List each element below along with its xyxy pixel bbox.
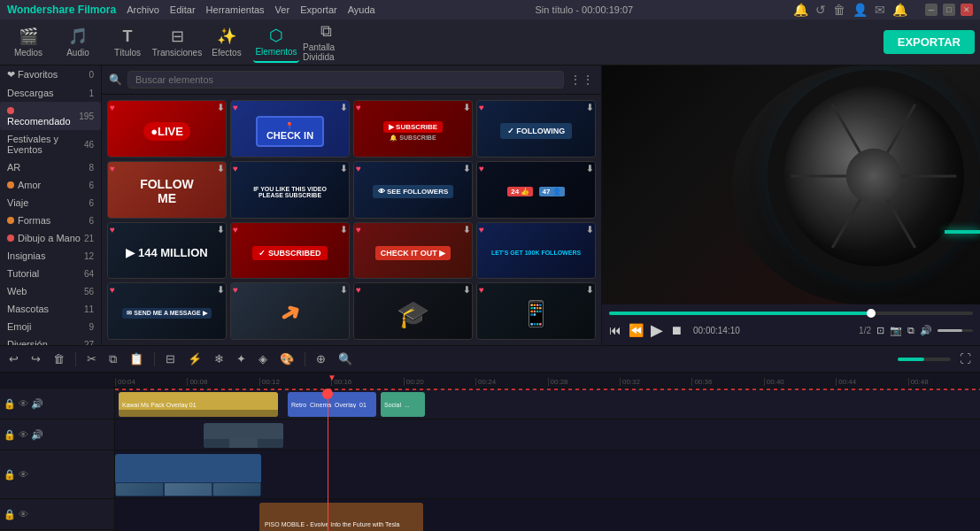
menu-editar[interactable]: Editar [170, 4, 196, 15]
scene-button[interactable]: ⊕ [313, 350, 329, 367]
user-icon[interactable]: 👤 [853, 3, 868, 17]
sidebar-item-dibujo[interactable]: Dibujo a Mano 21 [0, 229, 101, 247]
minimize-button[interactable]: ─ [925, 4, 938, 16]
track-visible4-icon[interactable]: 👁 [19, 509, 28, 519]
download-icon: ⬇ [340, 103, 347, 112]
copy-button[interactable]: ⧉ [105, 350, 120, 368]
speed-button[interactable]: ⚡ [184, 350, 205, 367]
element-card-live[interactable]: ♥ ⬇ ●LIVE Social_Media_Icons_Pac... [107, 100, 227, 158]
export-button[interactable]: EXPORTAR [884, 30, 975, 54]
track-lock2-icon[interactable]: 🔒 [4, 429, 16, 441]
update-icon[interactable]: ↺ [815, 3, 826, 17]
mask-button[interactable]: ◈ [255, 350, 271, 367]
track-visible3-icon[interactable]: 👁 [19, 469, 28, 480]
sidebar-item-diversion[interactable]: Diversión 27 [0, 335, 101, 345]
delete-button[interactable]: 🗑 [50, 350, 68, 367]
sidebar-item-ar[interactable]: AR 8 [0, 158, 101, 176]
sidebar-item-mascotas[interactable]: Mascotas 11 [0, 300, 101, 318]
rewind-button[interactable]: ⏮ [609, 323, 621, 337]
msg-icon[interactable]: ✉ [875, 3, 885, 17]
element-card-subscribed[interactable]: ♥ ⬇ ✓ SUBSCRIBED Social_Media_Icons_Pac.… [230, 222, 350, 280]
element-card-following[interactable]: ♥ ⬇ ✓ FOLLOWING Social_Media_Icons_Pac..… [476, 100, 596, 158]
element-card-million[interactable]: ♥ ⬇ ▶ 144 MILLION Social_Media_Icons_Pac… [107, 222, 227, 280]
track-visible-icon[interactable]: 👁 [19, 398, 28, 409]
clip-kawai[interactable]: Kawai Ms Pack Overlay 01 [119, 392, 278, 417]
clip-piso[interactable]: PISO MOBILE - Evolve Into the Future wit… [259, 503, 423, 531]
toolbar-efectos[interactable]: ✨ Efectos [204, 22, 250, 63]
track-audio2-icon[interactable]: 🔊 [31, 429, 43, 441]
element-card-100k[interactable]: ♥ ⬇ LET'S GET 100K FOLLOWERS Social_Medi… [476, 222, 596, 280]
pip-button[interactable]: ⧉ [907, 325, 914, 336]
track-visible2-icon[interactable]: 👁 [19, 429, 28, 440]
clip-label: Retro_Cinema_Overlay_01 [291, 402, 367, 408]
sidebar-item-amor[interactable]: Amor 6 [0, 176, 101, 194]
zoom-out-button[interactable]: 🔍 [335, 350, 356, 367]
menu-archivo[interactable]: Archivo [127, 4, 159, 15]
element-card-subscribe1[interactable]: ♥ ⬇ ▶ SUBSCRIBE 🔔 SUBSCRIBE Social_Media… [353, 100, 473, 158]
sidebar-item-web[interactable]: Web 56 [0, 282, 101, 300]
play-button[interactable]: ▶ [651, 320, 663, 340]
toolbar-elementos[interactable]: ⬡ Elementos [253, 22, 299, 63]
toolbar-transiciones[interactable]: ⊟ Transiciones [154, 22, 200, 63]
notif-icon[interactable]: 🔔 [892, 3, 907, 17]
toolbar-titulos[interactable]: T Títulos [104, 22, 150, 63]
sidebar-item-formas[interactable]: Formas 6 [0, 212, 101, 229]
track-audio-icon[interactable]: 🔊 [31, 398, 43, 410]
element-card-checkitout[interactable]: ♥ ⬇ CHECK IT OUT ▶ Social_Media_Icons_Pa… [353, 222, 473, 280]
crop-button[interactable]: ⊟ [162, 350, 179, 367]
track-lock-icon[interactable]: 🔒 [4, 398, 16, 410]
toolbar-medios[interactable]: 🎬 Medios [5, 22, 51, 63]
element-card-stats[interactable]: ♥ ⬇ 24 👍 47 👤 Social_Media_Icons_Pac... [476, 161, 596, 219]
menu-exportar[interactable]: Exportar [300, 4, 337, 15]
freeze-button[interactable]: ❄ [211, 350, 228, 367]
element-card-hat[interactable]: ♥ ⬇ 🎓 Social_Media_Icons_Pac... [353, 282, 473, 340]
element-card-phone[interactable]: ♥ ⬇ 📱 Social_Media_Icons_Pac... [476, 282, 596, 340]
sidebar-item-emoji[interactable]: Emoji 9 [0, 318, 101, 335]
sidebar-item-recomendado[interactable]: Recomendado 195 [0, 102, 101, 130]
bell-icon[interactable]: 🔔 [793, 3, 808, 17]
clip-overlay2[interactable] [204, 423, 283, 448]
toolbar-pantalla-dividida[interactable]: ⧉ Pantalla Dividida [303, 22, 349, 63]
close-button[interactable]: ✕ [961, 4, 973, 16]
volume-icon[interactable]: 🔊 [920, 325, 932, 336]
step-back-button[interactable]: ⏪ [629, 323, 644, 337]
color-button[interactable]: 🎨 [276, 350, 297, 367]
element-card-subscribe2[interactable]: ♥ ⬇ IF YOU LIKE THIS VIDEOPLEASE SUBSCRI… [230, 161, 350, 219]
element-card-message[interactable]: ♥ ⬇ ✉ SEND ME A MESSAGE ▶ Social_Media_I… [107, 282, 227, 340]
clip-media3[interactable] [115, 454, 261, 496]
trash-icon[interactable]: 🗑 [833, 3, 845, 17]
ai-button[interactable]: ✦ [233, 350, 250, 367]
paste-button[interactable]: 📋 [126, 350, 147, 367]
sidebar-item-favoritos[interactable]: ❤ Favoritos 0 [0, 65, 101, 84]
sidebar-item-viaje[interactable]: Viaje 6 [0, 194, 101, 212]
redo-button[interactable]: ↪ [27, 350, 44, 367]
menu-herramientas[interactable]: Herramientas [206, 4, 265, 15]
cut-button[interactable]: ✂ [83, 350, 100, 367]
menu-ayuda[interactable]: Ayuda [348, 4, 375, 15]
maximize-button[interactable]: □ [943, 4, 955, 16]
element-card-followers1[interactable]: ♥ ⬇ 👁 SEE FOLLOWERS Social_Media_Icons_P… [353, 161, 473, 219]
volume-slider[interactable] [938, 329, 973, 332]
menu-ver[interactable]: Ver [275, 4, 290, 15]
track-lock4-icon[interactable]: 🔒 [4, 509, 16, 520]
undo-button[interactable]: ↩ [5, 350, 22, 367]
grid-options-icon[interactable]: ⋮⋮ [569, 73, 594, 87]
sidebar-item-tutorial[interactable]: Tutorial 64 [0, 265, 101, 282]
track-lock3-icon[interactable]: 🔒 [4, 469, 16, 481]
zoom-fill [898, 358, 924, 361]
sidebar-item-insignias[interactable]: Insignias 12 [0, 247, 101, 265]
element-card-checkin[interactable]: ♥ ⬇ 📍 CHECK IN Social_Media_Icons_Pac... [230, 100, 350, 158]
progress-bar[interactable] [609, 312, 973, 315]
search-input[interactable] [127, 71, 564, 88]
sidebar-item-festivales[interactable]: Festivales y Eventos 46 [0, 130, 101, 158]
fullscreen-button[interactable]: ⛶ [956, 350, 975, 367]
element-card-arrow[interactable]: ♥ ⬇ ➜ Social_Media_Icons_Pac... [230, 282, 350, 340]
clip-social[interactable]: Social_... [381, 392, 425, 417]
snapshot-button[interactable]: 📷 [890, 325, 902, 336]
fit-button[interactable]: ⊡ [876, 325, 884, 336]
element-card-followme[interactable]: ♥ ⬇ FOLLOWME Social_Media_Icons_Pac... [107, 161, 227, 219]
sidebar-item-descargas[interactable]: Descargas 1 [0, 84, 101, 102]
toolbar-audio[interactable]: 🎵 Audio [55, 22, 101, 63]
stop-button[interactable]: ⏹ [670, 323, 683, 337]
zoom-bar[interactable] [898, 358, 951, 361]
